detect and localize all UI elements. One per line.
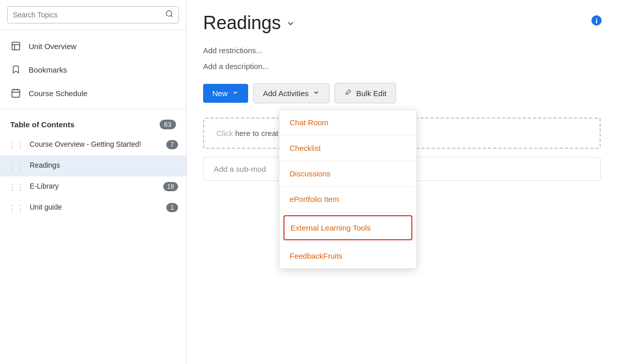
toc-item-row: E-Library 19: [30, 181, 178, 192]
add-activities-dropdown: Chat Room Checklist Discussions ePortfol…: [279, 109, 417, 269]
toc-header: Table of Contents 63: [0, 115, 186, 134]
svg-rect-2: [12, 42, 20, 50]
search-input[interactable]: [13, 11, 165, 19]
search-icon: [165, 10, 173, 20]
toc-item-content: Course Overview - Getting Started! 7: [30, 140, 178, 150]
toc-item-readings[interactable]: ⋮⋮ Readings: [0, 155, 186, 176]
dropdown-item-eportfolio-item[interactable]: ePortfolio Item: [279, 187, 416, 212]
toc-item-label: Readings: [30, 161, 60, 171]
toc-item-unit-guide[interactable]: ⋮⋮ Unit guide 1: [0, 197, 186, 218]
new-button-label: New: [212, 89, 228, 98]
toc-item-label: Unit guide: [30, 202, 62, 213]
sidebar-item-course-schedule-label: Course Schedule: [29, 89, 87, 98]
new-button[interactable]: New: [203, 84, 248, 103]
drag-handle-icon: ⋮⋮: [8, 141, 25, 150]
add-restrictions-link[interactable]: Add restrictions...: [203, 46, 601, 55]
dropdown-item-chat-room[interactable]: Chat Room: [279, 110, 416, 135]
unit-overview-icon: [10, 40, 21, 52]
main-content: Readings Add restrictions... Add a descr…: [187, 0, 617, 364]
table-of-contents: Table of Contents 63 ⋮⋮ Course Overview …: [0, 109, 186, 364]
sidebar-item-course-schedule[interactable]: Course Schedule: [0, 81, 186, 105]
add-description-link[interactable]: Add a description...: [203, 62, 601, 71]
dropdown-item-external-learning-tools[interactable]: External Learning Tools: [283, 215, 412, 240]
svg-point-0: [166, 11, 172, 16]
bookmark-icon: [10, 64, 21, 75]
calendar-icon: [10, 87, 21, 99]
toc-item-badge: 7: [166, 140, 178, 149]
title-dropdown-chevron-icon[interactable]: [286, 19, 295, 31]
toc-item-badge: 1: [166, 203, 178, 212]
toc-item-content: Unit guide 1: [30, 202, 178, 213]
search-bar-inner: [7, 6, 179, 24]
add-activities-label: Add Activities: [263, 89, 308, 98]
bulk-edit-label: Bulk Edit: [356, 89, 386, 98]
info-icon[interactable]: [590, 14, 603, 30]
sidebar-item-bookmarks[interactable]: Bookmarks: [0, 58, 186, 81]
svg-line-1: [171, 15, 172, 17]
add-activities-button[interactable]: Add Activities: [253, 83, 329, 103]
toc-count-badge: 63: [160, 120, 176, 129]
page-title: Readings: [203, 12, 281, 34]
sidebar-item-unit-overview[interactable]: Unit Overview: [0, 34, 186, 58]
toolbar: New Add Activities Bulk Ed: [203, 83, 601, 103]
toc-item-content: Readings: [30, 161, 178, 171]
toc-item-course-overview[interactable]: ⋮⋮ Course Overview - Getting Started! 7: [0, 134, 186, 155]
dropdown-scroll-area: Chat Room Checklist Discussions ePortfol…: [279, 110, 416, 268]
add-activities-chevron-icon: [313, 89, 320, 98]
toc-item-label: Course Overview - Getting Started!: [30, 140, 141, 150]
sidebar-item-unit-overview-label: Unit Overview: [29, 42, 76, 51]
sidebar-item-bookmarks-label: Bookmarks: [29, 65, 67, 74]
svg-rect-5: [12, 89, 20, 97]
drag-handle-icon: ⋮⋮: [8, 183, 25, 192]
toc-item-row: Course Overview - Getting Started! 7: [30, 140, 178, 150]
bulk-edit-wand-icon: [344, 88, 352, 98]
toc-item-content: E-Library 19: [30, 181, 178, 192]
drag-handle-icon: ⋮⋮: [8, 203, 25, 213]
new-button-chevron-icon: [232, 89, 239, 98]
add-submod-text: Add a sub-mod: [214, 165, 266, 173]
drag-handle-icon: ⋮⋮: [8, 162, 25, 171]
toc-title: Table of Contents: [10, 120, 75, 129]
svg-line-12: [346, 94, 347, 95]
toc-item-label: E-Library: [30, 181, 59, 192]
dropdown-item-discussions[interactable]: Discussions: [279, 161, 416, 187]
dropdown-item-feedbackfruits[interactable]: FeedbackFruits: [279, 243, 416, 268]
page-header: Readings: [203, 12, 601, 34]
toc-item-row: Readings: [30, 161, 178, 171]
toc-item-row: Unit guide 1: [30, 202, 178, 213]
toc-item-badge: 19: [163, 182, 178, 191]
search-bar-container: [0, 0, 186, 30]
sidebar: Unit Overview Bookmarks Course Schedule: [0, 0, 187, 364]
dropdown-item-checklist[interactable]: Checklist: [279, 135, 416, 161]
sidebar-navigation: Unit Overview Bookmarks Course Schedule: [0, 30, 186, 109]
bulk-edit-button[interactable]: Bulk Edit: [335, 83, 396, 103]
toc-item-e-library[interactable]: ⋮⋮ E-Library 19: [0, 176, 186, 197]
